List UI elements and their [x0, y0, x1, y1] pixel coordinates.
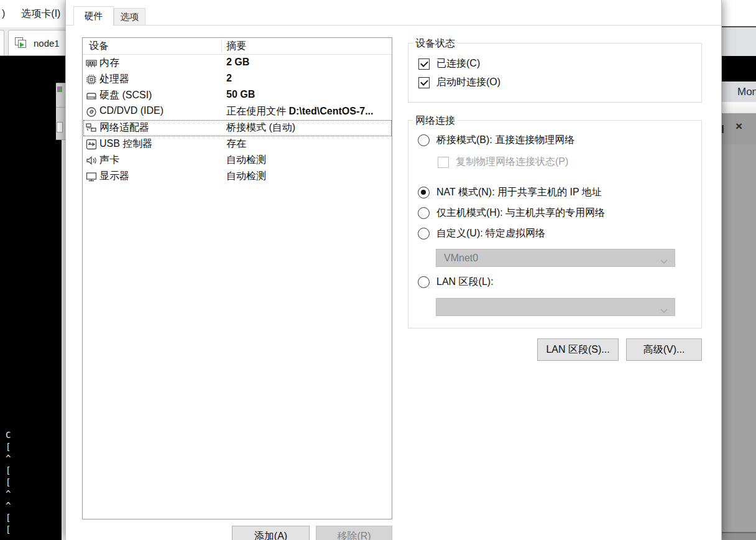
menu-bar-right	[722, 0, 756, 26]
network-connection-groupbox	[408, 120, 702, 328]
display-icon	[86, 171, 97, 182]
radio-icon[interactable]	[418, 228, 430, 240]
vm-tab-partial[interactable]	[0, 30, 4, 56]
checkbox-checked-icon[interactable]	[418, 77, 430, 88]
guest-menubar: Mon	[722, 81, 756, 102]
checkbox-checked-icon[interactable]	[418, 58, 430, 70]
guest-close-icon[interactable]: ×	[735, 119, 742, 133]
vm-settings-dialog: 硬件 选项 设备 摘要 内存 2 GB 处理器 2 硬盘 (SCSI)	[65, 0, 722, 540]
console-text: C [ ^ [ [ ^ ^ [ [	[6, 429, 16, 536]
connect-at-power-on-checkbox[interactable]: 启动时连接(O)	[418, 76, 500, 89]
device-row-cd-dvd[interactable]: CD/DVD (IDE) 正在使用文件 D:\ted\CentOS-7...	[83, 104, 392, 120]
device-row-processor[interactable]: 处理器 2	[83, 72, 392, 88]
network-connection-legend: 网络连接	[413, 114, 458, 128]
device-list-header: 设备 摘要	[83, 38, 392, 55]
guest-menubar-text: Mon	[737, 86, 756, 98]
bridged-radio[interactable]: 桥接模式(B): 直接连接物理网络	[418, 134, 574, 147]
lan-segment-select[interactable]	[436, 298, 675, 316]
advanced-button[interactable]: 高级(V)...	[626, 338, 702, 361]
column-divider	[221, 39, 222, 53]
vm-tab-strip: node1	[0, 27, 65, 56]
device-status-groupbox	[408, 43, 702, 103]
sound-card-icon	[86, 155, 97, 166]
guest-titlebar-tick	[722, 125, 724, 133]
guest-window-footer	[722, 533, 756, 540]
add-button[interactable]: 添加(A)	[232, 526, 310, 540]
vm-console: C [ ^ [ [ ^ ^ [ [	[0, 56, 65, 540]
guest-mini-button	[57, 122, 63, 133]
device-row-usb-controller[interactable]: USB 控制器 存在	[83, 136, 392, 152]
vm-console-right: Mon ×	[722, 0, 756, 540]
menu-item-partial[interactable]: )	[2, 8, 5, 19]
vm-icon	[15, 37, 29, 50]
tab-options[interactable]: 选项	[114, 8, 145, 25]
usb-controller-icon	[86, 139, 97, 150]
device-column-header[interactable]: 设备	[89, 40, 109, 53]
vm-tab-strip-right	[722, 27, 756, 56]
vm-tab-node1[interactable]: node1	[8, 30, 65, 56]
nat-radio[interactable]: NAT 模式(N): 用于共享主机的 IP 地址	[418, 186, 602, 199]
tab-pane-border	[66, 25, 722, 26]
guest-window-body	[722, 144, 756, 532]
device-row-sound-card[interactable]: 声卡 自动检测	[83, 152, 392, 169]
radio-icon[interactable]	[418, 276, 430, 288]
device-row-hard-disk[interactable]: 硬盘 (SCSI) 50 GB	[83, 88, 392, 104]
device-list: 设备 摘要 内存 2 GB 处理器 2 硬盘 (SCSI) 50 GB	[82, 37, 392, 519]
guest-mini-icon	[57, 86, 62, 92]
network-adapter-icon	[86, 123, 97, 134]
vm-tab-label: node1	[34, 38, 60, 49]
host-only-radio[interactable]: 仅主机模式(H): 与主机共享的专用网络	[418, 207, 605, 220]
processor-icon	[86, 74, 97, 85]
guest-light-band	[722, 102, 756, 113]
radio-icon[interactable]	[418, 134, 430, 146]
custom-radio[interactable]: 自定义(U): 特定虚拟网络	[418, 227, 545, 240]
radio-selected-icon[interactable]	[418, 187, 430, 198]
lan-segments-button[interactable]: LAN 区段(S)...	[537, 338, 619, 361]
guest-panel-strip	[56, 83, 65, 140]
menu-bar: ) 选项卡(I)	[0, 0, 65, 27]
replicate-state-checkbox[interactable]: 复制物理网络连接状态(P)	[438, 156, 568, 169]
memory-icon	[86, 58, 97, 69]
cd-dvd-icon	[86, 106, 97, 118]
chevron-down-icon	[660, 256, 668, 267]
device-status-legend: 设备状态	[413, 37, 458, 50]
remove-button[interactable]: 移除(R)	[316, 526, 392, 540]
checkbox-icon[interactable]	[438, 157, 449, 168]
radio-icon[interactable]	[418, 207, 430, 219]
device-row-network-adapter[interactable]: 网络适配器 桥接模式 (自动)	[83, 120, 392, 136]
device-row-display[interactable]: 显示器 自动检测	[83, 169, 392, 185]
lan-segment-radio[interactable]: LAN 区段(L):	[418, 276, 494, 289]
summary-column-header[interactable]: 摘要	[226, 40, 246, 53]
device-row-memory[interactable]: 内存 2 GB	[83, 55, 392, 72]
tab-hardware[interactable]: 硬件	[73, 6, 114, 26]
menu-item-tabs[interactable]: 选项卡(I)	[21, 7, 60, 21]
chevron-down-icon	[660, 305, 668, 316]
console-black-band	[722, 56, 756, 81]
connected-checkbox[interactable]: 已连接(C)	[418, 57, 480, 70]
hard-disk-icon	[86, 90, 97, 101]
custom-network-select[interactable]: VMnet0	[436, 249, 675, 267]
guest-titlebar: ×	[722, 113, 756, 144]
